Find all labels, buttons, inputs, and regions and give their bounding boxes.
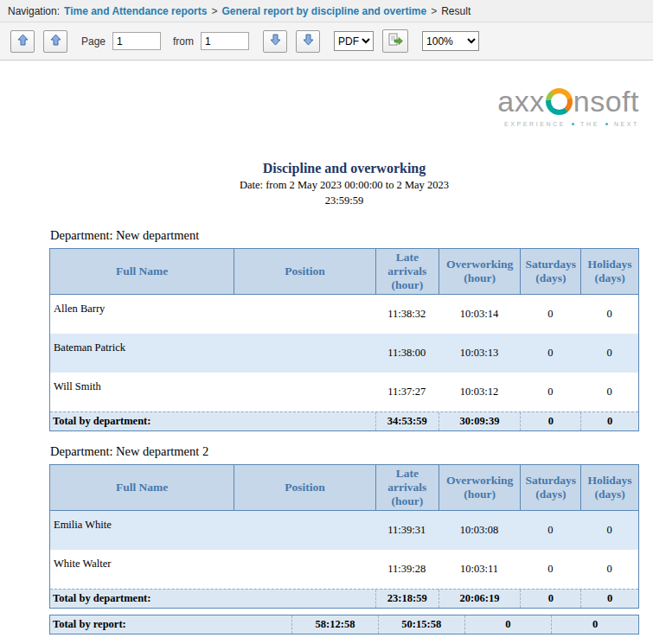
report-total-value: 0 — [551, 615, 638, 634]
department-total-value: 34:53:59 — [375, 412, 439, 430]
column-header: Holidays (days) — [580, 465, 638, 510]
department-total-row: Total by department:23:18:5920:06:1900 — [50, 589, 638, 608]
logo-text-right: nsoft — [573, 86, 639, 116]
value-cell: 10:03:14 — [439, 295, 521, 334]
report-date-line2: 23:59:59 — [49, 194, 639, 207]
department-total-label: Total by department: — [50, 590, 375, 608]
logo-ring-icon — [546, 88, 573, 115]
value-cell — [234, 511, 375, 550]
logo-tagline: EXPERIENCE THE NEXT — [497, 121, 639, 127]
value-cell: 10:03:13 — [439, 334, 521, 373]
axxonsoft-logo: axx nsoft EXPERIENCE THE NEXT — [497, 86, 639, 127]
report-table: Full NamePositionLate arrivals (hour)Ove… — [49, 248, 639, 431]
value-cell: 0 — [520, 550, 580, 589]
previous-page-button[interactable] — [43, 30, 67, 53]
last-page-button[interactable] — [296, 30, 320, 53]
tagline-dot — [605, 123, 608, 125]
value-cell: 10:03:11 — [439, 550, 521, 589]
department-total-value: 0 — [580, 590, 638, 608]
report-tables: Department: New departmentFull NamePosit… — [49, 228, 639, 634]
value-cell: 0 — [520, 334, 580, 373]
table-row: Bateman Patrick11:38:0010:03:1300 — [50, 334, 638, 373]
value-cell: 10:03:12 — [439, 373, 521, 411]
value-cell: 0 — [580, 334, 638, 373]
department-total-value: 0 — [520, 590, 580, 608]
value-cell — [234, 373, 375, 411]
report-date-line1: Date: from 2 May 2023 00:00:00 to 2 May … — [49, 179, 639, 192]
value-cell — [234, 334, 375, 373]
toolbar: Page from PDF 100% — [0, 22, 653, 61]
column-header: Saturdays (days) — [520, 465, 580, 510]
breadcrumb-separator: > — [431, 5, 437, 17]
zoom-select[interactable]: 100% — [422, 31, 479, 51]
breadcrumb-prefix: Navigation: — [8, 5, 60, 17]
logo-text-left: axx — [497, 86, 544, 116]
table-header-row: Full NamePositionLate arrivals (hour)Ove… — [50, 249, 638, 295]
breadcrumb-link-reports[interactable]: Time and Attendance reports — [64, 5, 207, 17]
value-cell: 0 — [580, 511, 638, 550]
down-arrow-icon — [270, 34, 281, 48]
value-cell — [234, 295, 375, 334]
value-cell: 0 — [580, 550, 638, 589]
full-name-cell: Allen Barry — [50, 295, 234, 334]
full-name-cell: Bateman Patrick — [50, 334, 234, 373]
value-cell: 0 — [580, 373, 638, 411]
report-page: axx nsoft EXPERIENCE THE NEXT Discipline… — [0, 61, 653, 644]
column-header: Late arrivals (hour) — [375, 465, 439, 510]
report-total-value: 58:12:58 — [291, 615, 378, 634]
first-page-button[interactable] — [10, 30, 35, 53]
tagline-dot — [572, 123, 574, 125]
column-header: Holidays (days) — [580, 249, 638, 294]
total-pages-input[interactable] — [201, 32, 249, 50]
table-row: Will Smith11:37:2710:03:1200 — [50, 373, 638, 411]
full-name-cell: Emilia White — [50, 511, 234, 550]
report-total-row: Total by report:58:12:5850:15:5800 — [49, 615, 639, 634]
tagline-word: EXPERIENCE — [504, 121, 566, 127]
department-total-label: Total by department: — [50, 412, 375, 430]
breadcrumb-bar: Navigation: Time and Attendance reports … — [0, 0, 653, 22]
department-total-value: 0 — [520, 412, 580, 430]
value-cell: 0 — [520, 295, 580, 334]
tagline-word: THE — [580, 121, 599, 127]
export-button[interactable] — [382, 29, 408, 53]
value-cell — [234, 550, 375, 589]
value-cell: 10:03:08 — [439, 511, 521, 550]
column-header: Full Name — [50, 249, 234, 294]
column-header: Late arrivals (hour) — [375, 249, 439, 294]
next-page-button[interactable] — [263, 30, 287, 53]
column-header: Full Name — [50, 465, 234, 510]
department-label: Department: New department — [50, 228, 639, 243]
breadcrumb-link-general-report[interactable]: General report by discipline and overtim… — [221, 5, 426, 17]
table-header-row: Full NamePositionLate arrivals (hour)Ove… — [50, 465, 638, 511]
value-cell: 0 — [520, 373, 580, 411]
breadcrumb-separator: > — [211, 5, 217, 17]
table-row: White Walter11:39:2810:03:1100 — [50, 550, 638, 589]
from-label: from — [173, 35, 194, 48]
column-header: Overworking (hour) — [439, 249, 521, 294]
value-cell: 0 — [580, 295, 638, 334]
down-arrow-icon — [303, 34, 314, 48]
column-header: Saturdays (days) — [520, 249, 580, 294]
department-total-value: 0 — [580, 412, 638, 430]
breadcrumb-current: Result — [441, 5, 471, 17]
department-total-value: 20:06:19 — [439, 590, 521, 608]
export-icon — [387, 33, 404, 49]
page-label: Page — [81, 35, 106, 48]
table-row: Allen Barry11:38:3210:03:1400 — [50, 295, 638, 334]
value-cell: 0 — [520, 511, 580, 550]
report-content: Discipline and overworking Date: from 2 … — [49, 61, 639, 634]
value-cell: 11:37:27 — [375, 373, 439, 411]
value-cell: 11:39:31 — [375, 511, 439, 550]
department-total-row: Total by department:34:53:5930:09:3900 — [50, 411, 638, 430]
report-total-value: 0 — [464, 615, 552, 634]
export-format-select[interactable]: PDF — [334, 31, 374, 51]
table-row: Emilia White11:39:3110:03:0800 — [50, 511, 638, 550]
up-arrow-icon — [17, 34, 29, 48]
report-total-value: 50:15:58 — [378, 615, 464, 634]
report-table: Full NamePositionLate arrivals (hour)Ove… — [49, 464, 639, 609]
full-name-cell: Will Smith — [50, 373, 234, 411]
value-cell: 11:39:28 — [375, 550, 439, 589]
page-number-input[interactable] — [112, 32, 161, 50]
column-header: Position — [234, 249, 375, 294]
department-total-value: 30:09:39 — [439, 412, 521, 430]
